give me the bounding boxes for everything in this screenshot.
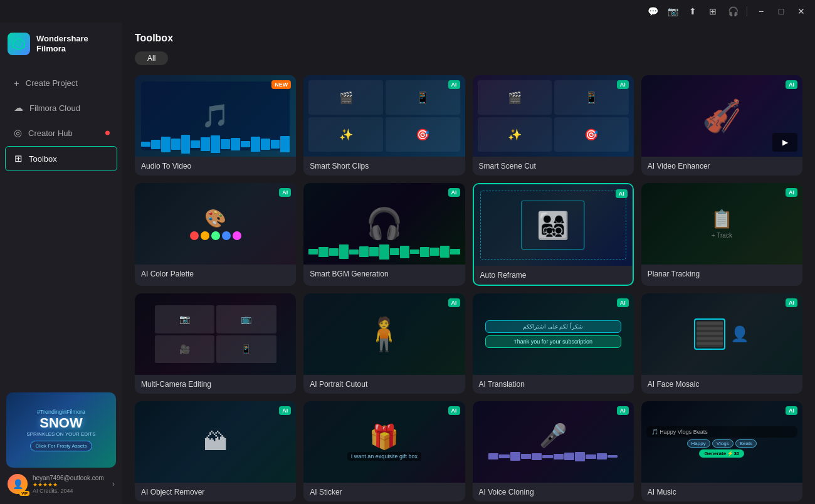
tool-label-ai-video-enhancer: AI Video Enhancer — [641, 157, 802, 176]
tool-card-smart-scene-cut[interactable]: 🎬 📱 ✨ 🎯 AI Smart Scene Cut — [473, 75, 634, 176]
badge-ai-object-remover: AI — [279, 406, 291, 415]
page-title: Toolbox — [135, 33, 802, 44]
tool-card-smart-bgm-generation[interactable]: 🎧 AI Smart BGM Generation — [303, 183, 465, 286]
logo-brand-line2: Filmora — [36, 44, 88, 54]
badge-smart-scene-cut: AI — [617, 80, 629, 89]
badge-planar-tracking: AI — [786, 188, 797, 197]
minimize-button[interactable]: − — [752, 3, 770, 20]
tool-card-ai-music[interactable]: 🎵 Happy Vlogs Beats Happy Vlogs Beats Ge… — [641, 401, 802, 501]
tool-card-ai-object-remover[interactable]: 🏔 AI AI Object Remover — [135, 401, 296, 501]
tool-label-ai-sticker: AI Sticker — [303, 483, 465, 501]
badge-smart-bgm-generation: AI — [448, 188, 460, 197]
nav-icon-toolbox: ⊞ — [14, 153, 23, 164]
promo-button[interactable]: Click For Frosty Assets — [30, 441, 93, 451]
badge-ai-portrait-cutout: AI — [448, 298, 460, 307]
badge-ai-video-enhancer: AI — [786, 80, 797, 89]
logo-text: Wondershare Filmora — [36, 34, 88, 53]
promo-hashtag: #TrendinginFilmora — [37, 409, 85, 415]
tool-thumb-ai-color-palette: 🎨 AI — [135, 183, 296, 265]
tool-label-ai-portrait-cutout: AI Portrait Cutout — [303, 375, 465, 394]
logo-area: Wondershare Filmora — [0, 23, 122, 70]
tool-card-smart-short-clips[interactable]: 🎬 📱 ✨ 🎯 AI Smart Short Clips — [303, 75, 465, 176]
user-credits: AI Credits: 2044 — [33, 488, 107, 494]
badge-audio-to-video: NEW — [271, 80, 291, 89]
nav-icon-creator-hub: ◎ — [14, 127, 22, 139]
tool-thumb-smart-short-clips: 🎬 📱 ✨ 🎯 AI — [303, 75, 465, 157]
tool-card-ai-translation[interactable]: شكراً لكم على اشتراككم Thank you for you… — [473, 293, 634, 394]
tool-card-auto-reframe[interactable]: 👨‍👩‍👧‍👦 AI Auto Reframe — [473, 183, 634, 286]
maximize-button[interactable]: □ — [772, 3, 790, 20]
user-avatar: 👤 VIP — [8, 474, 28, 494]
tool-label-planar-tracking: Planar Tracking — [641, 265, 802, 283]
tool-card-audio-to-video[interactable]: 🎵 NEW Audio To Video — [135, 75, 296, 176]
tool-card-ai-portrait-cutout[interactable]: 🧍 AI AI Portrait Cutout — [303, 293, 465, 394]
nav-label-filmora-cloud: Filmora Cloud — [29, 103, 80, 113]
tool-thumb-smart-bgm-generation: 🎧 AI — [303, 183, 465, 265]
badge-ai-translation: AI — [617, 298, 629, 307]
sidebar-item-create-project[interactable]: + Create Project — [5, 71, 117, 95]
tool-card-ai-voice-cloning[interactable]: 🎤 AI AI Voice Cloning — [473, 401, 634, 501]
badge-smart-short-clips: AI — [448, 80, 460, 89]
badge-ai-voice-cloning: AI — [617, 406, 629, 415]
badge-ai-music: AI — [786, 406, 797, 415]
tool-label-smart-short-clips: Smart Short Clips — [303, 157, 465, 176]
vip-badge: VIP — [19, 491, 29, 496]
tools-grid: 🎵 NEW Audio To Video 🎬 📱 ✨ 🎯 AI — [135, 75, 802, 501]
tool-label-audio-to-video: Audio To Video — [135, 157, 296, 176]
tool-label-auto-reframe: Auto Reframe — [474, 266, 633, 285]
content-area: Toolbox All 🎵 NEW Audio To Video — [122, 23, 815, 504]
tool-label-smart-scene-cut: Smart Scene Cut — [473, 157, 634, 176]
tool-card-multi-camera-editing[interactable]: 📷 📺 🎥 📱 Multi-Camera Editing — [135, 293, 296, 394]
message-icon[interactable]: 💬 — [644, 3, 661, 20]
close-button[interactable]: ✕ — [792, 3, 810, 20]
badge-auto-reframe: AI — [616, 189, 628, 198]
tool-card-ai-color-palette[interactable]: 🎨 AI AI Color Palette — [135, 183, 296, 286]
tool-thumb-ai-portrait-cutout: 🧍 AI — [303, 293, 465, 375]
sidebar: Wondershare Filmora + Create Project ☁ F… — [0, 23, 122, 504]
tool-thumb-multi-camera-editing: 📷 📺 🎥 📱 — [135, 293, 296, 375]
tool-thumb-ai-sticker: 🎁 I want an exquisite gift box AI — [303, 401, 465, 483]
tool-thumb-ai-music: 🎵 Happy Vlogs Beats Happy Vlogs Beats Ge… — [641, 401, 802, 483]
notification-dot-creator-hub — [105, 131, 110, 135]
badge-ai-sticker: AI — [448, 406, 460, 415]
tool-thumb-ai-face-mosaic: 👤 AI — [641, 293, 802, 375]
promo-headline: SNOW — [39, 415, 82, 431]
tool-label-ai-object-remover: AI Object Remover — [135, 483, 296, 501]
upload-icon[interactable]: ⬆ — [684, 3, 702, 20]
user-email: heyan7496@outlook.com — [33, 475, 107, 481]
grid-icon[interactable]: ⊞ — [704, 3, 722, 20]
tool-label-ai-face-mosaic: AI Face Mosaic — [641, 375, 802, 394]
nav-label-creator-hub: Creator Hub — [28, 129, 73, 138]
nav-icon-create-project: + — [14, 78, 19, 88]
tool-card-planar-tracking[interactable]: 📋 + Track AI Planar Tracking — [641, 183, 802, 286]
tool-thumb-audio-to-video: 🎵 NEW — [135, 75, 296, 157]
nav-icon-filmora-cloud: ☁ — [14, 102, 23, 113]
tool-thumb-ai-video-enhancer: 🎻 ▶ AI — [641, 75, 802, 157]
sidebar-item-creator-hub[interactable]: ◎ Creator Hub — [5, 121, 117, 145]
sidebar-item-filmora-cloud[interactable]: ☁ Filmora Cloud — [5, 96, 117, 120]
tool-label-ai-color-palette: AI Color Palette — [135, 265, 296, 283]
badge-ai-face-mosaic: AI — [786, 298, 797, 307]
camera-icon[interactable]: 📷 — [664, 3, 681, 20]
titlebar: 💬 📷 ⬆ ⊞ 🎧 − □ ✕ — [0, 0, 815, 23]
tool-thumb-smart-scene-cut: 🎬 📱 ✨ 🎯 AI — [473, 75, 634, 157]
sidebar-promo[interactable]: #TrendinginFilmora SNOW SPRINKLES ON YOU… — [6, 392, 116, 468]
tool-thumb-ai-object-remover: 🏔 AI — [135, 401, 296, 483]
tool-card-ai-sticker[interactable]: 🎁 I want an exquisite gift box AI AI Sti… — [303, 401, 465, 501]
tool-thumb-planar-tracking: 📋 + Track AI — [641, 183, 802, 265]
filter-tab-all[interactable]: All — [135, 51, 168, 65]
tool-card-ai-face-mosaic[interactable]: 👤 AI AI Face Mosaic — [641, 293, 802, 394]
sidebar-item-toolbox[interactable]: ⊞ Toolbox — [5, 146, 117, 171]
headphone-icon[interactable]: 🎧 — [724, 3, 742, 20]
user-stars: ★★★★★ — [33, 481, 107, 488]
badge-ai-color-palette: AI — [279, 188, 291, 197]
tool-label-multi-camera-editing: Multi-Camera Editing — [135, 375, 296, 394]
tool-card-ai-video-enhancer[interactable]: 🎻 ▶ AI AI Video Enhancer — [641, 75, 802, 176]
user-arrow-icon: › — [112, 480, 115, 488]
sidebar-user[interactable]: 👤 VIP heyan7496@outlook.com ★★★★★ AI Cre… — [0, 468, 122, 494]
main-content: Wondershare Filmora + Create Project ☁ F… — [0, 23, 815, 504]
app-logo-icon — [8, 33, 30, 55]
user-info: heyan7496@outlook.com ★★★★★ AI Credits: … — [33, 475, 107, 494]
filter-tabs: All — [135, 51, 802, 65]
tool-thumb-ai-translation: شكراً لكم على اشتراككم Thank you for you… — [473, 293, 634, 375]
